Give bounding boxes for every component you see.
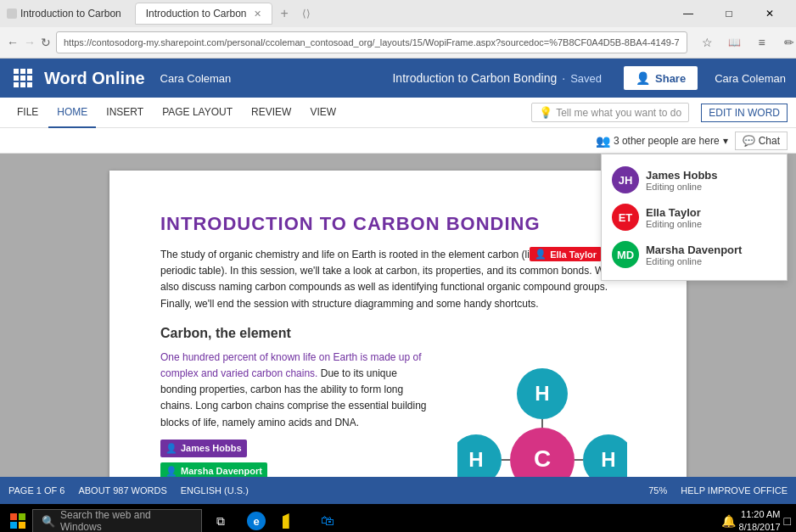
avatar-james: JH: [612, 166, 639, 193]
taskbar-right: 🔔 11:20 AM 8/18/2017 □: [721, 508, 791, 532]
maximize-button[interactable]: □: [709, 0, 748, 27]
presence-people-icon: 👥: [596, 134, 610, 148]
svg-text:H: H: [535, 382, 549, 405]
share-person-icon: 👤: [636, 71, 650, 85]
svg-rect-16: [10, 522, 17, 529]
chevron-down-icon: ▾: [723, 135, 728, 147]
presence-item-ella: ET Ella Taylor Editing online: [602, 199, 787, 236]
ribbon-tab-view[interactable]: VIEW: [301, 98, 345, 128]
ella-cursor-tag: 👤 Ella Taylor: [530, 247, 602, 261]
marsha-cursor-tag: 👤 Marsha Davenport: [160, 462, 267, 477]
svg-text:H: H: [468, 448, 483, 471]
store-button[interactable]: 🛍: [311, 504, 345, 532]
marsha-person-icon: 👤: [165, 464, 177, 477]
title-bar: Introduction to Carbon Introduction to C…: [0, 0, 796, 27]
svg-rect-14: [10, 513, 17, 520]
presence-item-marsha: MD Marsha Davenport Editing online: [602, 236, 787, 273]
browser-favicon: [7, 8, 17, 19]
ribbon-search: 💡 Tell me what you want to do EDIT IN WO…: [531, 103, 788, 122]
address-text: https://contosodorg-my.sharepoint.com/pe…: [64, 37, 680, 48]
bookmark-icon[interactable]: ☆: [696, 31, 720, 54]
presence-name-james: James Hobbs: [646, 169, 718, 182]
presence-info-ella: Ella Taylor Editing online: [646, 206, 702, 229]
document-title: Introduction to Carbon Bonding: [392, 71, 557, 85]
presence-name-ella: Ella Taylor: [646, 206, 702, 219]
svg-text:C: C: [534, 445, 551, 472]
taskbar-search-placeholder: Search the web and Windows: [60, 509, 193, 532]
ella-name: Ella Taylor: [550, 249, 597, 260]
new-tab-button[interactable]: +: [274, 3, 295, 25]
taskbar-search[interactable]: 🔍 Search the web and Windows: [32, 509, 202, 532]
ribbon-tab-page-layout[interactable]: PAGE LAYOUT: [154, 98, 241, 128]
share-button[interactable]: 👤 Share: [624, 66, 698, 90]
presence-status-james: Editing online: [646, 182, 718, 192]
start-button[interactable]: [5, 508, 31, 532]
ella-cursor-container: 👤 Ella Taylor: [530, 247, 602, 261]
tab-scroll-button[interactable]: ⟨⟩: [297, 8, 316, 20]
tab-title: Introduction to Carbon: [20, 8, 121, 20]
avatar-marsha: MD: [612, 241, 639, 268]
ribbon-search-box[interactable]: 💡 Tell me what you want to do: [531, 103, 689, 122]
edit-in-word-button[interactable]: EDIT IN WORD: [701, 104, 788, 122]
refresh-button[interactable]: ↻: [41, 31, 51, 54]
search-icon: 🔍: [42, 515, 55, 528]
file-explorer-button[interactable]: [275, 504, 309, 532]
chat-button[interactable]: 💬 Chat: [735, 132, 788, 150]
forward-button[interactable]: →: [24, 31, 36, 54]
ribbon-tab-home[interactable]: HOME: [48, 98, 96, 128]
presence-name-marsha: Marsha Davenport: [646, 244, 742, 256]
zoom-level: 75%: [648, 485, 667, 496]
taskbar: 🔍 Search the web and Windows ⧉ e 🛍 🔔 11:…: [0, 504, 796, 532]
app-name: Word Online: [44, 69, 145, 88]
presence-status-ella: Editing online: [646, 219, 702, 229]
status-right: 75% HELP IMPROVE OFFICE: [648, 485, 788, 496]
close-button[interactable]: ✕: [750, 0, 789, 27]
ribbon: FILE HOME INSERT PAGE LAYOUT REVIEW VIEW…: [0, 98, 796, 128]
chat-label: Chat: [759, 135, 780, 147]
presence-count-label: 3 other people are here: [614, 135, 720, 147]
status-bar: PAGE 1 OF 6 ABOUT 987 WORDS ENGLISH (U.S…: [0, 477, 796, 504]
header-username: Cara Coleman: [160, 72, 232, 85]
settings-icon[interactable]: ≡: [750, 31, 774, 54]
presence-count[interactable]: 👥 3 other people are here ▾: [596, 134, 728, 148]
lightbulb-icon: 💡: [539, 106, 552, 119]
minimize-button[interactable]: —: [669, 0, 708, 27]
word-count: ABOUT 987 WORDS: [78, 485, 166, 496]
edge-browser-button[interactable]: e: [239, 504, 273, 532]
taskbar-notification-icon[interactable]: 🔔: [721, 514, 736, 528]
document-page: INTRODUCTION TO CARBON BONDING The study…: [109, 171, 687, 477]
ribbon-tab-review[interactable]: REVIEW: [243, 98, 300, 128]
doc-columns: One hundred percent of known life on Ear…: [160, 350, 636, 477]
marsha-name: Marsha Davenport: [181, 464, 262, 477]
tab-close[interactable]: ✕: [254, 8, 261, 20]
task-view-button[interactable]: ⧉: [204, 504, 238, 532]
action-center-icon[interactable]: □: [784, 514, 791, 528]
ribbon-tab-file[interactable]: FILE: [8, 98, 47, 128]
browser-toolbar: ☆ 📖 ≡ ✏ ↗: [696, 31, 796, 54]
header-user-right: Cara Coleman: [715, 72, 786, 85]
waffle-icon[interactable]: [10, 65, 36, 91]
svg-rect-15: [19, 513, 25, 520]
saved-badge: Saved: [570, 72, 602, 85]
back-button[interactable]: ←: [7, 31, 19, 54]
presence-bar: 👥 3 other people are here ▾ JH James Hob…: [0, 128, 796, 154]
tab-label: Introduction to Carbon: [146, 8, 247, 20]
pen-icon[interactable]: ✏: [777, 31, 796, 54]
taskbar-clock: 11:20 AM 8/18/2017: [739, 508, 781, 532]
presence-dropdown: JH James Hobbs Editing online ET Ella Ta…: [601, 154, 788, 281]
james-name: James Hobbs: [181, 441, 242, 456]
active-tab[interactable]: Introduction to Carbon ✕: [135, 3, 272, 25]
title-separator: ·: [562, 71, 565, 85]
page-count: PAGE 1 OF 6: [8, 485, 64, 496]
language-status: ENGLISH (U.S.): [181, 485, 249, 496]
reader-icon[interactable]: 📖: [723, 31, 747, 54]
help-improve: HELP IMPROVE OFFICE: [681, 485, 788, 496]
document-main-title: INTRODUCTION TO CARBON BONDING: [160, 213, 636, 235]
taskbar-date-text: 8/18/2017: [739, 521, 781, 532]
ribbon-tab-insert[interactable]: INSERT: [98, 98, 152, 128]
section1-title: Carbon, the element: [160, 326, 636, 341]
address-bar[interactable]: https://contosodorg-my.sharepoint.com/pe…: [56, 31, 687, 53]
svg-text:H: H: [601, 448, 615, 471]
chat-icon: 💬: [743, 135, 755, 147]
presence-item-james: JH James Hobbs Editing online: [602, 161, 787, 199]
